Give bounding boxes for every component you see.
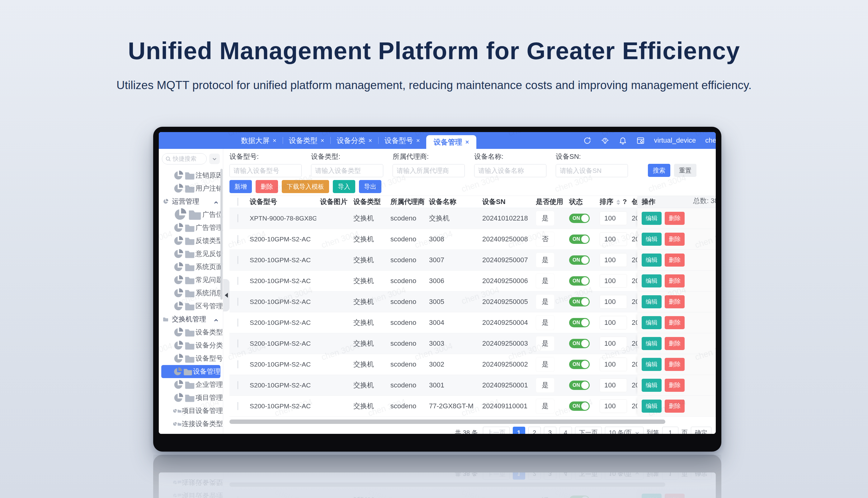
sort-value-input[interactable]: 100 [600,295,627,309]
sort-value-input[interactable]: 100 [600,337,627,350]
sidebar-menu-item[interactable]: 项目管理 [159,391,223,404]
edit-button[interactable]: 编辑 [642,399,662,413]
edit-button[interactable]: 编辑 [642,358,662,371]
sidebar-menu-item[interactable]: 设备分类 [159,339,223,352]
sidebar-menu-item[interactable]: 意见反馈 [159,247,223,260]
sidebar-menu-item[interactable]: 设备管理 [161,365,221,378]
in-use-value[interactable]: 是 [536,211,555,226]
row-checkbox[interactable] [238,298,238,306]
status-toggle[interactable]: ON [569,381,590,390]
row-checkbox[interactable] [238,381,238,389]
edit-button[interactable]: 编辑 [642,379,662,392]
sidebar-menu-item[interactable]: 广告管理 [159,221,223,234]
chevron-up-icon[interactable] [214,199,218,204]
status-toggle[interactable]: ON [569,339,590,348]
sidebar-menu-item[interactable]: 交换机管理 [159,313,223,326]
chevron-up-icon[interactable] [214,317,218,322]
row-checkbox[interactable] [238,235,238,243]
row-checkbox[interactable] [238,402,238,410]
sort-value-input[interactable]: 100 [600,378,627,392]
sidebar-menu-item[interactable]: 常见问题 [159,273,223,287]
tab-item[interactable]: 设备型号 × [378,132,426,149]
edit-button[interactable]: 编辑 [642,233,662,246]
sidebar-menu-item[interactable]: 连接设备类型 [159,417,223,430]
delete-button[interactable]: 删除 [665,253,685,266]
status-toggle[interactable]: ON [569,360,590,369]
next-page-button[interactable]: 下一页 [575,427,602,434]
delete-button[interactable]: 删除 [665,358,685,371]
sort-value-input[interactable]: 100 [600,316,627,329]
sidebar-collapse-handle[interactable] [223,279,229,312]
goto-confirm-button[interactable]: 确定 [691,427,711,434]
sidebar-menu-item[interactable]: 项目设备管理 [159,404,223,417]
sidebar-scrollbar-thumb[interactable] [221,169,223,300]
action-button[interactable]: 导出 [359,180,382,193]
sidebar-search-dropdown-button[interactable] [209,154,220,164]
row-checkbox[interactable] [238,256,238,264]
sidebar-menu-item[interactable]: 注销原因 [159,169,223,182]
action-button[interactable]: 删除 [256,180,278,193]
sidebar-menu-item[interactable]: 区号管理 [159,300,223,313]
filter-input[interactable] [229,164,302,177]
page-size-select[interactable]: 10 条/页 [605,427,643,434]
sort-value-input[interactable]: 100 [600,253,627,267]
sort-help-icon[interactable]: ? [623,198,627,206]
sort-value-input[interactable]: 100 [600,274,627,288]
delete-button[interactable]: 删除 [665,379,685,392]
settings-panel-icon[interactable] [636,136,645,145]
tab-close-icon[interactable]: × [321,137,324,144]
page-number-button[interactable]: 4 [560,427,572,434]
status-toggle[interactable]: ON [569,297,590,306]
reset-button[interactable]: 重置 [674,164,696,177]
sort-value-input[interactable]: 100 [600,357,627,371]
tab-item[interactable]: 设备类型 × [283,132,331,149]
tab-close-icon[interactable]: × [465,139,469,146]
goto-page-input[interactable] [662,427,678,434]
action-button[interactable]: 下载导入模板 [282,180,329,193]
row-checkbox[interactable] [238,361,238,368]
username-secondary[interactable]: chen [705,136,716,145]
row-checkbox[interactable] [238,214,238,222]
action-button[interactable]: 新增 [229,180,252,193]
filter-input[interactable] [556,164,628,177]
sidebar-menu-item[interactable]: 企业管理 [159,378,223,391]
in-use-value[interactable]: 是 [536,315,555,330]
filter-input[interactable] [474,164,546,177]
status-toggle[interactable]: ON [569,276,590,286]
delete-button[interactable]: 删除 [665,212,685,225]
edit-button[interactable]: 编辑 [642,212,662,225]
edit-button[interactable]: 编辑 [642,316,662,329]
tab-item[interactable]: 设备分类 × [330,132,378,149]
select-all-checkbox[interactable] [238,198,238,206]
row-checkbox[interactable] [238,340,238,348]
sidebar-menu-item[interactable]: 设备类型 [159,326,223,339]
status-toggle[interactable]: ON [569,318,590,327]
delete-button[interactable]: 删除 [665,337,685,350]
tab-close-icon[interactable]: × [416,137,420,144]
tab-close-icon[interactable]: × [368,137,372,144]
action-button[interactable]: 导入 [333,180,355,193]
sort-carets-icon[interactable] [616,200,620,205]
in-use-value[interactable]: 是 [536,252,555,267]
sort-value-input[interactable]: 100 [600,399,627,413]
tab-item[interactable]: 设备管理 × [426,135,477,149]
in-use-value[interactable]: 是 [536,378,555,393]
hint-bulb-icon[interactable]: ? [601,136,609,145]
delete-button[interactable]: 删除 [665,274,685,287]
in-use-value[interactable]: 是 [536,336,555,351]
sidebar-menu-item[interactable]: 运营管理 [159,195,223,208]
row-checkbox[interactable] [238,277,238,285]
in-use-value[interactable]: 是 [536,273,555,288]
filter-input[interactable] [311,164,383,177]
refresh-icon[interactable] [583,136,591,145]
page-number-button[interactable]: 3 [544,427,556,434]
prev-page-button[interactable]: 上一页 [483,427,510,434]
row-checkbox[interactable] [238,319,238,327]
in-use-value[interactable]: 是 [536,294,555,309]
bell-icon[interactable] [619,136,627,145]
filter-input[interactable] [392,164,465,177]
username-virtual-device[interactable]: virtual_device [654,136,696,145]
page-number-button[interactable]: 1 [513,427,525,434]
sidebar-menu-item[interactable]: 系统页面 [159,260,223,273]
sidebar-menu-item[interactable]: 用户注销 [159,182,223,195]
